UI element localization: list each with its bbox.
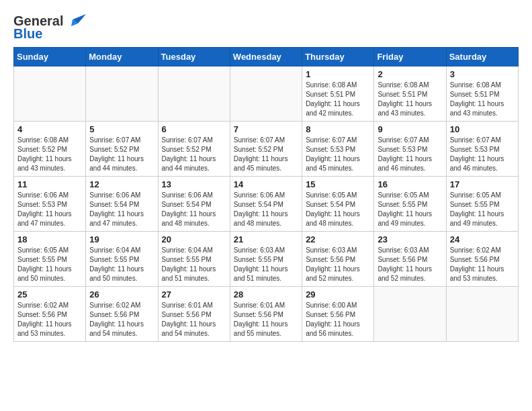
- day-number: 19: [89, 234, 154, 244]
- day-number: 8: [306, 124, 370, 134]
- day-info: Sunrise: 6:05 AM Sunset: 5:55 PM Dayligh…: [378, 191, 442, 228]
- day-info: Sunrise: 6:08 AM Sunset: 5:52 PM Dayligh…: [17, 136, 82, 173]
- calendar-cell: 10Sunrise: 6:07 AM Sunset: 5:53 PM Dayli…: [446, 122, 518, 177]
- day-info: Sunrise: 6:01 AM Sunset: 5:56 PM Dayligh…: [234, 301, 298, 338]
- day-number: 16: [378, 179, 442, 189]
- logo: General Blue: [13, 13, 86, 42]
- calendar-week-row: 11Sunrise: 6:06 AM Sunset: 5:53 PM Dayli…: [14, 177, 519, 232]
- day-number: 9: [378, 124, 442, 134]
- calendar-cell: 12Sunrise: 6:06 AM Sunset: 5:54 PM Dayli…: [86, 177, 158, 232]
- day-number: 6: [162, 124, 226, 134]
- day-number: 14: [234, 179, 298, 189]
- calendar-week-row: 4Sunrise: 6:08 AM Sunset: 5:52 PM Daylig…: [14, 122, 519, 177]
- day-number: 17: [450, 179, 515, 189]
- calendar-cell: 29Sunrise: 6:00 AM Sunset: 5:56 PM Dayli…: [302, 287, 374, 342]
- day-number: 13: [162, 179, 226, 189]
- calendar-cell: 18Sunrise: 6:05 AM Sunset: 5:55 PM Dayli…: [14, 232, 86, 287]
- day-number: 24: [450, 234, 515, 244]
- day-info: Sunrise: 6:01 AM Sunset: 5:56 PM Dayligh…: [162, 301, 226, 338]
- day-info: Sunrise: 6:07 AM Sunset: 5:52 PM Dayligh…: [162, 136, 226, 173]
- day-number: 26: [89, 289, 154, 300]
- calendar-cell: 21Sunrise: 6:03 AM Sunset: 5:55 PM Dayli…: [230, 232, 302, 287]
- day-number: 28: [234, 289, 298, 300]
- calendar-cell: 19Sunrise: 6:04 AM Sunset: 5:55 PM Dayli…: [86, 232, 158, 287]
- day-number: 18: [17, 234, 82, 244]
- day-number: 1: [306, 69, 370, 79]
- calendar-cell: 11Sunrise: 6:06 AM Sunset: 5:53 PM Dayli…: [14, 177, 86, 232]
- page-header: General Blue: [13, 11, 519, 42]
- day-number: 12: [89, 179, 154, 189]
- day-info: Sunrise: 6:06 AM Sunset: 5:54 PM Dayligh…: [89, 191, 154, 228]
- day-info: Sunrise: 6:02 AM Sunset: 5:56 PM Dayligh…: [17, 301, 82, 338]
- calendar-cell: 2Sunrise: 6:08 AM Sunset: 5:51 PM Daylig…: [374, 66, 446, 122]
- header-friday: Friday: [374, 48, 446, 66]
- day-info: Sunrise: 6:06 AM Sunset: 5:54 PM Dayligh…: [234, 191, 298, 228]
- calendar-cell: 23Sunrise: 6:03 AM Sunset: 5:56 PM Dayli…: [374, 232, 446, 287]
- calendar-cell: 4Sunrise: 6:08 AM Sunset: 5:52 PM Daylig…: [14, 122, 86, 177]
- day-number: 20: [162, 234, 226, 244]
- calendar-table: SundayMondayTuesdayWednesdayThursdayFrid…: [13, 47, 519, 342]
- calendar-cell: [86, 66, 158, 122]
- calendar-cell: 13Sunrise: 6:06 AM Sunset: 5:54 PM Dayli…: [158, 177, 230, 232]
- day-number: 2: [378, 69, 442, 79]
- calendar-cell: [374, 287, 446, 342]
- day-info: Sunrise: 6:07 AM Sunset: 5:53 PM Dayligh…: [306, 136, 370, 173]
- day-info: Sunrise: 6:03 AM Sunset: 5:56 PM Dayligh…: [378, 246, 442, 283]
- calendar-week-row: 25Sunrise: 6:02 AM Sunset: 5:56 PM Dayli…: [14, 287, 519, 342]
- calendar-cell: 8Sunrise: 6:07 AM Sunset: 5:53 PM Daylig…: [302, 122, 374, 177]
- day-number: 11: [17, 179, 82, 189]
- calendar-cell: 6Sunrise: 6:07 AM Sunset: 5:52 PM Daylig…: [158, 122, 230, 177]
- day-info: Sunrise: 6:07 AM Sunset: 5:53 PM Dayligh…: [450, 136, 515, 173]
- day-number: 7: [234, 124, 298, 134]
- day-info: Sunrise: 6:07 AM Sunset: 5:52 PM Dayligh…: [89, 136, 154, 173]
- header-tuesday: Tuesday: [158, 48, 230, 66]
- day-info: Sunrise: 6:03 AM Sunset: 5:56 PM Dayligh…: [306, 246, 370, 283]
- calendar-cell: 14Sunrise: 6:06 AM Sunset: 5:54 PM Dayli…: [230, 177, 302, 232]
- header-saturday: Saturday: [446, 48, 518, 66]
- day-number: 21: [234, 234, 298, 244]
- logo-bird-icon: [66, 14, 86, 29]
- day-info: Sunrise: 6:07 AM Sunset: 5:53 PM Dayligh…: [378, 136, 442, 173]
- day-number: 10: [450, 124, 515, 134]
- day-number: 5: [89, 124, 154, 134]
- calendar-cell: 15Sunrise: 6:05 AM Sunset: 5:54 PM Dayli…: [302, 177, 374, 232]
- calendar-cell: [14, 66, 86, 122]
- day-info: Sunrise: 6:08 AM Sunset: 5:51 PM Dayligh…: [378, 81, 442, 118]
- day-info: Sunrise: 6:06 AM Sunset: 5:53 PM Dayligh…: [17, 191, 82, 228]
- header-sunday: Sunday: [14, 48, 86, 66]
- day-info: Sunrise: 6:02 AM Sunset: 5:56 PM Dayligh…: [450, 246, 515, 283]
- calendar-cell: 25Sunrise: 6:02 AM Sunset: 5:56 PM Dayli…: [14, 287, 86, 342]
- day-number: 25: [17, 289, 82, 300]
- day-number: 3: [450, 69, 515, 79]
- logo-blue-text: Blue: [13, 26, 42, 42]
- calendar-cell: 26Sunrise: 6:02 AM Sunset: 5:56 PM Dayli…: [86, 287, 158, 342]
- calendar-cell: 16Sunrise: 6:05 AM Sunset: 5:55 PM Dayli…: [374, 177, 446, 232]
- calendar-cell: 5Sunrise: 6:07 AM Sunset: 5:52 PM Daylig…: [86, 122, 158, 177]
- day-info: Sunrise: 6:05 AM Sunset: 5:55 PM Dayligh…: [450, 191, 515, 228]
- calendar-cell: 28Sunrise: 6:01 AM Sunset: 5:56 PM Dayli…: [230, 287, 302, 342]
- day-info: Sunrise: 6:07 AM Sunset: 5:52 PM Dayligh…: [234, 136, 298, 173]
- day-info: Sunrise: 6:00 AM Sunset: 5:56 PM Dayligh…: [306, 301, 370, 338]
- day-number: 23: [378, 234, 442, 244]
- day-number: 15: [306, 179, 370, 189]
- calendar-week-row: 18Sunrise: 6:05 AM Sunset: 5:55 PM Dayli…: [14, 232, 519, 287]
- calendar-cell: 27Sunrise: 6:01 AM Sunset: 5:56 PM Dayli…: [158, 287, 230, 342]
- calendar-cell: 7Sunrise: 6:07 AM Sunset: 5:52 PM Daylig…: [230, 122, 302, 177]
- calendar-cell: 22Sunrise: 6:03 AM Sunset: 5:56 PM Dayli…: [302, 232, 374, 287]
- day-info: Sunrise: 6:02 AM Sunset: 5:56 PM Dayligh…: [89, 301, 154, 338]
- calendar-cell: [158, 66, 230, 122]
- calendar-cell: 24Sunrise: 6:02 AM Sunset: 5:56 PM Dayli…: [446, 232, 518, 287]
- header-thursday: Thursday: [302, 48, 374, 66]
- day-info: Sunrise: 6:08 AM Sunset: 5:51 PM Dayligh…: [306, 81, 370, 118]
- day-number: 27: [162, 289, 226, 300]
- day-number: 29: [306, 289, 370, 300]
- calendar-week-row: 1Sunrise: 6:08 AM Sunset: 5:51 PM Daylig…: [14, 66, 519, 122]
- day-info: Sunrise: 6:04 AM Sunset: 5:55 PM Dayligh…: [162, 246, 226, 283]
- calendar-cell: 17Sunrise: 6:05 AM Sunset: 5:55 PM Dayli…: [446, 177, 518, 232]
- day-info: Sunrise: 6:03 AM Sunset: 5:55 PM Dayligh…: [234, 246, 298, 283]
- calendar-cell: 3Sunrise: 6:08 AM Sunset: 5:51 PM Daylig…: [446, 66, 518, 122]
- day-info: Sunrise: 6:04 AM Sunset: 5:55 PM Dayligh…: [89, 246, 154, 283]
- header-wednesday: Wednesday: [230, 48, 302, 66]
- day-number: 22: [306, 234, 370, 244]
- day-info: Sunrise: 6:05 AM Sunset: 5:54 PM Dayligh…: [306, 191, 370, 228]
